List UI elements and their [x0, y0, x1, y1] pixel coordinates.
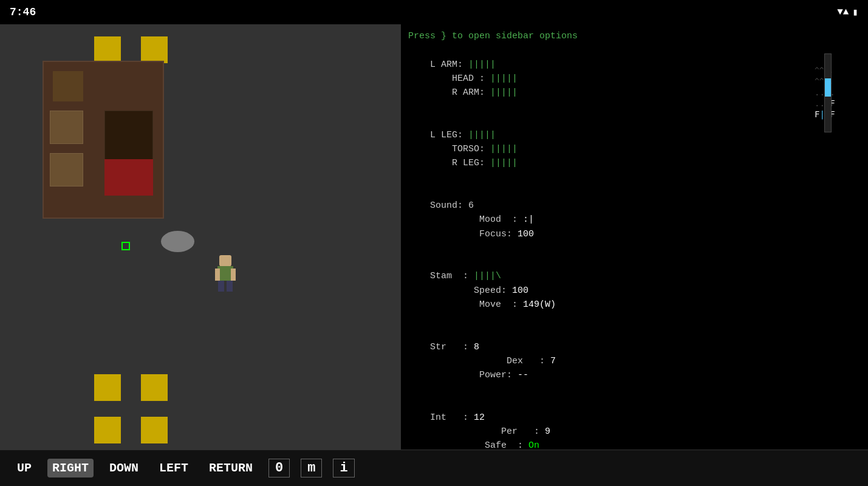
dex-label: Dex :	[430, 356, 550, 366]
road-mark	[94, 417, 121, 443]
focus-label: Focus:	[430, 229, 518, 239]
building-detail	[53, 71, 83, 101]
return-button[interactable]: RETURN	[204, 459, 258, 477]
str-val: 8	[474, 342, 479, 352]
mood-label: Mood :	[430, 214, 523, 225]
focus-val: 100	[518, 229, 534, 239]
body-row-1: L ARM: ||||| HEAD : ||||| R ARM: |||||	[408, 43, 861, 114]
power-label: Power:	[430, 370, 518, 380]
carpet	[104, 159, 153, 196]
cursor-indicator	[121, 242, 130, 250]
road-mark	[141, 417, 168, 443]
wifi-icon: ▼▲	[837, 7, 849, 18]
stats-row-1: Sound: 6 Mood : :| Focus: 100	[408, 185, 861, 255]
dex-val: 7	[550, 356, 556, 366]
r-arm-label: R ARM:	[430, 87, 490, 98]
game-viewport	[0, 24, 401, 450]
int-val: 12	[474, 412, 485, 423]
road-mark	[141, 36, 168, 63]
l-arm-bar: |||||	[468, 60, 496, 70]
keyi-button[interactable]: i	[333, 459, 354, 477]
up-button[interactable]: UP	[12, 459, 36, 477]
keym-button[interactable]: m	[301, 459, 322, 477]
body-row-2: L LEG: ||||| TORSO: ||||| R LEG: |||||	[408, 114, 861, 185]
speed-val: 100	[512, 286, 528, 296]
seat	[50, 111, 83, 144]
torso-bar: |||||	[490, 144, 518, 154]
clock: 7:46	[10, 6, 36, 18]
stats-row-4: Int : 12 Per : 9 Safe : On	[408, 397, 861, 450]
press-hint: Press } to open sidebar options	[408, 29, 861, 43]
sound-label: Sound: 6	[430, 200, 474, 211]
stats-row-3: Str : 8 Dex : 7 Power: --	[408, 326, 861, 396]
right-button[interactable]: RIGHT	[47, 459, 94, 477]
r-leg-label: R LEG:	[430, 158, 490, 168]
l-arm-label: L ARM:	[430, 60, 468, 70]
left-button[interactable]: LEFT	[154, 459, 193, 477]
road-mark	[141, 374, 168, 401]
l-leg-label: L LEG:	[430, 130, 468, 140]
per-label: Per :	[430, 426, 545, 437]
key0-button[interactable]: 0	[268, 459, 290, 477]
status-icons: ▼▲ ▮	[837, 6, 858, 18]
r-leg-bar: |||||	[490, 158, 518, 168]
road-mark	[94, 36, 121, 63]
head-label: HEAD :	[430, 74, 490, 84]
building	[43, 61, 164, 219]
status-bar: 7:46 ▼▲ ▮	[0, 0, 868, 24]
battery-icon: ▮	[852, 6, 858, 18]
stam-bar: ||||\	[474, 271, 501, 281]
torso-label: TORSO:	[430, 144, 490, 154]
game-canvas[interactable]	[0, 24, 401, 450]
per-val: 9	[545, 426, 550, 437]
move-val: 149(W)	[523, 299, 556, 310]
safe-label: Safe :	[430, 440, 528, 450]
road-mark	[94, 374, 121, 401]
stats-row-2: Stam : ||||\ Speed: 100 Move : 149(W)	[408, 255, 861, 326]
stam-label: Stam :	[430, 271, 474, 281]
minimap-cells: ^^.. ^^.. ..[. ..FF F|FF	[815, 53, 863, 131]
head-bar: |||||	[490, 74, 518, 84]
int-label: Int :	[430, 412, 474, 423]
str-label: Str :	[430, 342, 474, 352]
move-label: Move :	[430, 299, 523, 310]
l-leg-bar: |||||	[468, 130, 496, 140]
scroll-thumb[interactable]	[825, 78, 831, 97]
player-character	[216, 255, 235, 292]
safe-val: On	[528, 440, 539, 450]
sidebar-panel: Press } to open sidebar options L ARM: |…	[401, 24, 868, 450]
smoke	[161, 231, 194, 252]
scroll-bar[interactable]	[824, 53, 832, 132]
down-button[interactable]: DOWN	[104, 459, 143, 477]
seat	[50, 153, 83, 187]
r-arm-bar: |||||	[490, 87, 518, 98]
mood-val: :|	[523, 214, 534, 225]
bottom-controls: UP RIGHT DOWN LEFT RETURN 0 m i	[0, 450, 868, 486]
speed-label: Speed:	[430, 286, 512, 296]
power-val: --	[518, 370, 528, 380]
mini-map: ^^.. ^^.. ..[. ..FF F|FF	[815, 53, 863, 139]
